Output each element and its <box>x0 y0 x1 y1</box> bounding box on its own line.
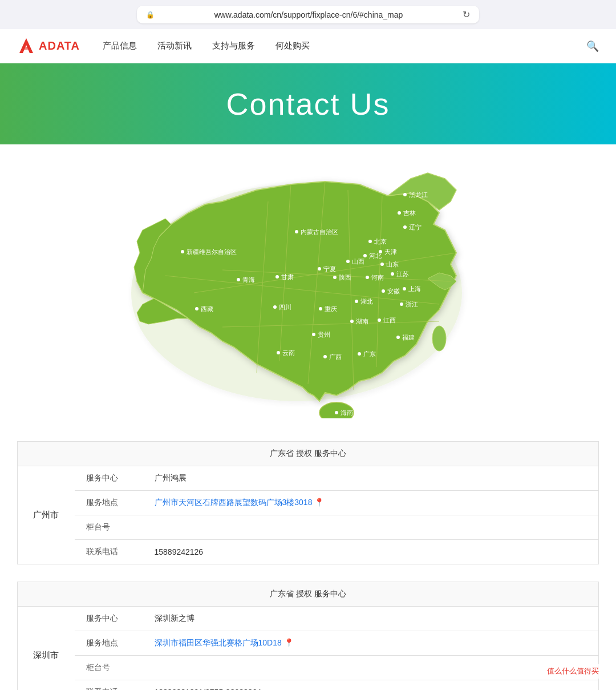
svg-text:山东: 山东 <box>386 261 399 268</box>
svg-point-44 <box>382 289 385 293</box>
label-counter-sz: 柜台号 <box>75 656 143 680</box>
map-pin-icon-sz: 📍 <box>284 638 294 647</box>
shenzhen-city: 深圳市 <box>18 607 75 691</box>
label-service-center: 服务中心 <box>75 466 143 491</box>
china-map-svg: 黑龙江 吉林 辽宁 新疆维吾尔自治区 内蒙古自治区 北京 天津 <box>108 167 508 418</box>
svg-text:浙江: 浙江 <box>406 301 418 308</box>
shenzhen-table: 广东省 授权 服务中心 深圳市 服务中心 深圳新之博 服务地点 深圳市福田区华强… <box>17 582 599 690</box>
svg-point-30 <box>346 260 350 263</box>
svg-text:黑龙江: 黑龙江 <box>409 191 428 198</box>
svg-text:湖南: 湖南 <box>356 318 368 325</box>
svg-point-68 <box>277 351 280 354</box>
svg-text:河北: 河北 <box>369 252 382 259</box>
navigation: ADATA 产品信息 活动新讯 支持与服务 何处购买 🔍 <box>0 29 616 63</box>
svg-text:广东: 广东 <box>363 350 376 357</box>
map-pin-icon: 📍 <box>314 498 324 507</box>
svg-text:吉林: 吉林 <box>403 209 416 216</box>
nav-item-buy[interactable]: 何处购买 <box>275 41 310 51</box>
label-counter: 柜台号 <box>75 515 143 540</box>
table-row: 服务地点 广州市天河区石牌西路展望数码广场3楼3018 📍 <box>18 491 599 515</box>
svg-point-28 <box>363 254 367 257</box>
value-service-center-sz: 深圳新之博 <box>143 607 599 631</box>
svg-text:重庆: 重庆 <box>325 305 337 312</box>
browser-bar: 🔒 www.adata.com/cn/support/fixplace-cn/6… <box>0 0 616 29</box>
china-map[interactable]: 黑龙江 吉林 辽宁 新疆维吾尔自治区 内蒙古自治区 北京 天津 <box>108 167 508 418</box>
svg-point-14 <box>403 193 407 196</box>
table-row: 联系电话 15889242126 <box>18 540 599 564</box>
guangzhou-section-header: 广东省 授权 服务中心 <box>18 442 599 466</box>
svg-text:陕西: 陕西 <box>339 274 351 281</box>
value-phone-sz: 13380381891/0755-33083364 <box>143 680 599 691</box>
svg-text:湖北: 湖北 <box>360 298 373 305</box>
svg-point-58 <box>355 300 358 303</box>
svg-point-40 <box>366 276 369 279</box>
svg-point-24 <box>368 240 372 243</box>
url-bar[interactable]: 🔒 www.adata.com/cn/support/fixplace-cn/6… <box>137 6 479 23</box>
svg-text:贵州: 贵州 <box>318 331 330 338</box>
svg-marker-1 <box>22 47 31 50</box>
shenzhen-section-header: 广东省 授权 服务中心 <box>18 582 599 607</box>
svg-text:江苏: 江苏 <box>396 271 409 277</box>
svg-text:福建: 福建 <box>402 334 415 341</box>
svg-point-36 <box>275 275 279 279</box>
svg-text:宁夏: 宁夏 <box>323 265 336 272</box>
svg-text:四川: 四川 <box>279 304 291 310</box>
svg-point-56 <box>319 307 322 310</box>
svg-point-13 <box>432 326 446 351</box>
svg-point-16 <box>398 211 401 215</box>
svg-point-60 <box>350 320 354 323</box>
value-service-center: 广州鸿展 <box>143 466 599 491</box>
label-address: 服务地点 <box>75 491 143 515</box>
page-title: Contact Us <box>23 86 593 122</box>
svg-text:江西: 江西 <box>383 317 396 324</box>
value-address-sz[interactable]: 深圳市福田区华强北赛格广场10D18 📍 <box>143 631 599 656</box>
svg-point-66 <box>312 333 315 336</box>
guangzhou-city: 广州市 <box>18 466 75 564</box>
svg-text:北京: 北京 <box>374 238 387 245</box>
value-phone-gz: 15889242126 <box>143 540 599 564</box>
svg-point-50 <box>237 278 240 281</box>
svg-text:甘肃: 甘肃 <box>281 273 294 280</box>
svg-point-54 <box>273 305 277 309</box>
nav-item-support[interactable]: 支持与服务 <box>212 41 255 51</box>
value-counter-sz <box>143 656 599 680</box>
label-phone-sz: 联系电话 <box>75 680 143 691</box>
value-address-gz[interactable]: 广州市天河区石牌西路展望数码广场3楼3018 📍 <box>143 491 599 515</box>
reload-icon[interactable]: ↻ <box>463 9 470 20</box>
svg-point-42 <box>391 272 394 276</box>
svg-point-64 <box>396 336 400 339</box>
svg-point-38 <box>333 276 337 279</box>
lock-icon: 🔒 <box>146 11 155 19</box>
adata-logo-icon <box>17 37 35 55</box>
label-phone: 联系电话 <box>75 540 143 564</box>
svg-point-62 <box>378 318 381 322</box>
svg-point-18 <box>403 225 407 229</box>
watermark: 值么什么值得买 <box>541 664 605 679</box>
svg-point-70 <box>323 355 327 358</box>
nav-items: 产品信息 活动新讯 支持与服务 何处购买 <box>103 41 586 51</box>
svg-point-34 <box>318 267 321 271</box>
table-row: 联系电话 13380381891/0755-33083364 <box>18 680 599 691</box>
table-row: 深圳市 服务中心 深圳新之博 <box>18 607 599 631</box>
service-section: 广东省 授权 服务中心 广州市 服务中心 广州鸿展 服务地点 广州市天河区石牌西… <box>0 441 616 690</box>
label-address-sz: 服务地点 <box>75 631 143 656</box>
guangzhou-table: 广东省 授权 服务中心 广州市 服务中心 广州鸿展 服务地点 广州市天河区石牌西… <box>17 441 599 564</box>
search-icon[interactable]: 🔍 <box>586 40 599 53</box>
svg-point-52 <box>195 307 198 310</box>
hero-banner: Contact Us <box>0 63 616 144</box>
nav-item-products[interactable]: 产品信息 <box>103 41 137 51</box>
label-service-center-sz: 服务中心 <box>75 607 143 631</box>
svg-point-72 <box>358 352 361 356</box>
svg-text:青海: 青海 <box>242 276 255 283</box>
svg-text:新疆维吾尔自治区: 新疆维吾尔自治区 <box>187 248 237 255</box>
svg-point-48 <box>400 302 403 306</box>
svg-text:河南: 河南 <box>371 274 384 281</box>
svg-point-32 <box>380 263 384 266</box>
logo[interactable]: ADATA <box>17 37 80 55</box>
nav-item-news[interactable]: 活动新讯 <box>157 41 192 51</box>
svg-text:内蒙古自治区: 内蒙古自治区 <box>301 228 338 235</box>
svg-point-46 <box>403 287 406 290</box>
svg-text:上海: 上海 <box>408 285 421 292</box>
svg-marker-0 <box>19 38 33 53</box>
table-row: 柜台号 <box>18 656 599 680</box>
